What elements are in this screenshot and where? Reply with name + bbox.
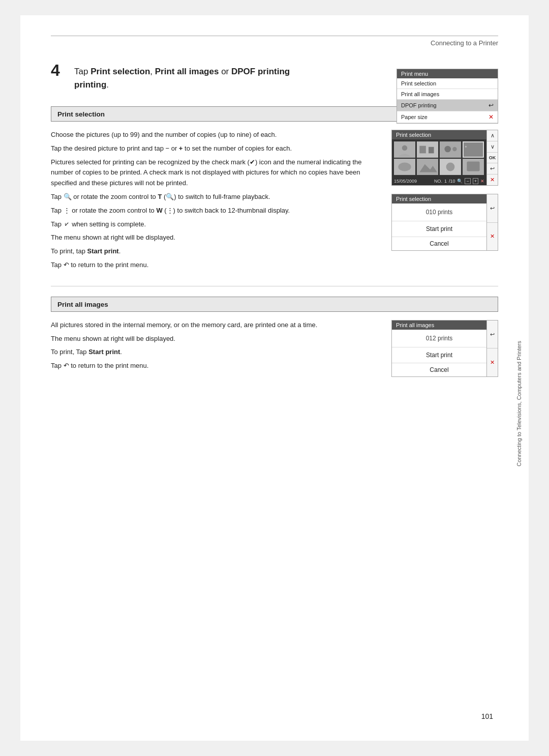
thumb-6 [417, 159, 438, 175]
thumb-2 [417, 141, 438, 158]
ps-para1: Choose the pictures (up to 99) and the n… [51, 130, 381, 140]
thumb-toolbar-bottom: 15/05/2009 NO. 1 /10 🔍 − + ✕ [392, 177, 486, 185]
thumb-8 [463, 159, 484, 175]
svg-rect-16 [467, 162, 479, 171]
divider [51, 286, 498, 286]
ps-prints-count: 010 prints [392, 203, 486, 221]
down-btn[interactable]: ∨ [487, 141, 498, 153]
step-title: Tap Print selection, Print all images or… [74, 62, 290, 91]
svg-point-11 [398, 163, 411, 171]
ps-result-header: Print selection [392, 194, 486, 203]
print-selection-title: Print selection [57, 110, 105, 118]
up-btn[interactable]: ∧ [487, 130, 498, 141]
thumb-5 [394, 159, 415, 175]
print-all-section-header: Print all images [51, 297, 498, 312]
print-selection-screens: Print selection [391, 130, 498, 271]
pa-back-btn[interactable]: ↩ [487, 321, 498, 349]
thumbnail-screen: Print selection [391, 130, 498, 186]
count2-label: /10 [449, 179, 455, 184]
print-selection-text: Choose the pictures (up to 99) and the n… [51, 130, 381, 271]
print-all-content: All pictures stored in the internal memo… [51, 320, 498, 377]
right-sidebar: Connecting to Televisions, Computers and… [510, 97, 529, 710]
svg-text:+: + [465, 144, 467, 149]
pa-prints-count: 012 prints [392, 330, 486, 347]
menu-item-paper-size[interactable]: Paper size ✕ [397, 111, 498, 123]
page-number: 101 [481, 712, 493, 720]
printing-label: printing. [74, 80, 109, 90]
ps-x-btn[interactable]: ✕ [487, 223, 498, 251]
ps-para9: Tap ↶ to return to the print menu. [51, 260, 381, 271]
ps-para4: Tap 🔍 or rotate the zoom control to T (🔍… [51, 192, 381, 202]
pa-result-header: Print all images [392, 321, 486, 330]
ps-result-side-btns: ↩ ✕ [487, 194, 498, 251]
pa-result-main: Print all images 012 prints Start print … [391, 320, 487, 377]
svg-point-7 [452, 147, 456, 151]
svg-point-14 [446, 163, 455, 171]
thumb-screen-header: Print selection [392, 130, 486, 139]
step-number: 4 [51, 62, 65, 78]
print-all-text: All pictures stored in the internal memo… [51, 320, 381, 377]
close-icon-2: ✕ [480, 179, 484, 184]
pa-para4: Tap ↶ to return to the print menu. [51, 361, 381, 371]
thumb-1 [394, 141, 415, 158]
menu-item-print-all-images[interactable]: Print all images [397, 89, 498, 100]
svg-rect-4 [429, 147, 434, 154]
ps-para6: Tap 🗸 when setting is complete. [51, 219, 381, 230]
sidebar-label: Connecting to Televisions, Computers and… [515, 341, 523, 467]
print-all-screens: Print all images 012 prints Start print … [391, 320, 498, 377]
ps-back-btn[interactable]: ↩ [487, 194, 498, 223]
ok-btn[interactable]: OK [487, 153, 498, 164]
pa-para3: To print, Tap Start print. [51, 347, 381, 358]
ps-para8: To print, tap Start print. [51, 246, 381, 257]
x-btn[interactable]: ✕ [487, 175, 498, 185]
ps-para5: Tap ⋮ or rotate the zoom control to W (⋮… [51, 206, 381, 216]
menu-item-print-selection[interactable]: Print selection [397, 78, 498, 89]
pa-para1: All pictures stored in the internal memo… [51, 320, 381, 331]
plus-btn[interactable]: + [473, 178, 478, 184]
page: Connecting to a Printer 4 Tap Print sele… [20, 15, 529, 741]
pa-para2: The menu shown at right will be displaye… [51, 334, 381, 344]
back-icon: ↩ [489, 102, 494, 109]
ps-result-main: Print selection 010 prints Start print C… [391, 194, 487, 251]
back-btn[interactable]: ↩ [487, 163, 498, 175]
close-icon: ✕ [489, 113, 494, 121]
date-label: 15/05/2009 [394, 179, 417, 184]
print-all-title: Print all images [57, 301, 108, 308]
print-selection-result-screen: Print selection 010 prints Start print C… [391, 194, 498, 251]
print-selection-content: Choose the pictures (up to 99) and the n… [51, 130, 498, 271]
thumb-7 [440, 159, 461, 175]
pa-x-btn[interactable]: ✕ [487, 348, 498, 376]
thumbnail-screen-main: Print selection [391, 130, 487, 186]
svg-point-1 [402, 146, 408, 151]
ps-start-print[interactable]: Start print [392, 221, 486, 237]
thumb-3 [440, 141, 461, 158]
ps-para2: Tap the desired picture to print and tap… [51, 143, 381, 154]
menu-item-dpof[interactable]: DPOF printing ↩ [397, 100, 498, 111]
print-menu-screen: Print menu Print selection Print all ima… [396, 69, 498, 124]
print-all-result-screen: Print all images 012 prints Start print … [391, 320, 498, 377]
pa-cancel[interactable]: Cancel [392, 363, 486, 376]
print-menu-header: Print menu [397, 69, 498, 78]
thumbnail-grid: + [392, 139, 486, 177]
page-header: Connecting to a Printer [51, 36, 498, 47]
svg-rect-3 [419, 146, 426, 154]
ps-para3: Pictures selected for printing can be re… [51, 157, 381, 189]
header-title: Connecting to a Printer [431, 39, 498, 47]
zoom-icon: 🔍 [457, 179, 463, 184]
thumb-4: + [463, 141, 484, 158]
minus-btn[interactable]: − [465, 178, 470, 184]
ps-para7: The menu shown at right will be displaye… [51, 232, 381, 243]
no-label: NO. [434, 179, 442, 184]
pa-start-print[interactable]: Start print [392, 347, 486, 363]
count-label: 1 [444, 179, 447, 184]
ps-cancel[interactable]: Cancel [392, 237, 486, 250]
svg-point-6 [444, 146, 451, 153]
pa-result-side-btns: ↩ ✕ [487, 320, 498, 377]
thumb-screen-side-btns: ∧ ∨ OK ↩ ✕ [487, 130, 498, 186]
